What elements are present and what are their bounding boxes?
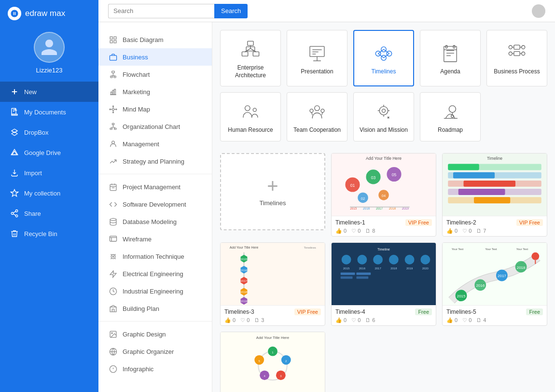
- mid-item-org-chart[interactable]: Organizational Chart: [98, 118, 212, 135]
- svg-rect-24: [111, 92, 112, 95]
- new-template-card[interactable]: + Timelines: [220, 153, 325, 230]
- mid-item-building[interactable]: Building Plan: [98, 300, 212, 317]
- svg-text:Add Your Title Here: Add Your Title Here: [230, 246, 259, 249]
- cat-vision-mission[interactable]: Vision and Mission: [353, 92, 414, 141]
- mid-item-basic-diagram[interactable]: Basic Diagram: [98, 31, 212, 48]
- svg-point-7: [11, 212, 14, 215]
- mid-item-mind-map[interactable]: Mind Map: [98, 100, 212, 118]
- heart-icon: ♡: [462, 228, 467, 234]
- ind-icon: [108, 286, 118, 296]
- svg-rect-36: [112, 123, 114, 125]
- mid-item-marketing[interactable]: Marketing: [98, 83, 212, 100]
- svg-point-100: [509, 45, 512, 49]
- template-timelines-5[interactable]: 2015 2016 2017 2018 Your Text: [442, 242, 547, 326]
- svg-point-112: [379, 107, 388, 115]
- mid-item-database[interactable]: Database Modeling: [98, 213, 212, 230]
- svg-rect-67: [248, 41, 253, 45]
- mid-item-electrical[interactable]: Electrical Engineering: [98, 265, 212, 282]
- mid-item-wireframe[interactable]: Wireframe: [98, 230, 212, 248]
- plus-icon: +: [267, 176, 278, 196]
- svg-text:04: 04: [382, 194, 386, 198]
- mid-item-flowchart[interactable]: Flowchart: [98, 66, 212, 83]
- share-icon: [10, 209, 19, 218]
- mid-item-info-tech[interactable]: Information Technique: [98, 248, 212, 265]
- sidebar-item-recycle-bin[interactable]: Recycle Bin: [0, 224, 98, 244]
- svg-point-190: [531, 252, 539, 260]
- cat-roadmap[interactable]: Roadmap: [420, 92, 481, 141]
- tmpl-thumb-1: Add Your Title Here 01 03 05 02 04: [332, 154, 436, 216]
- svg-text:02: 02: [361, 196, 365, 200]
- topbar-user-icon[interactable]: [532, 4, 545, 18]
- svg-rect-179: [341, 276, 353, 279]
- nav-label-recycle: Recycle Bin: [24, 230, 57, 238]
- template-timelines-6[interactable]: Add Your Title Here 1 2 3 4: [220, 332, 325, 392]
- like-icon: 👍: [446, 228, 453, 234]
- cat-label-vision-mission: Vision and Mission: [360, 126, 408, 134]
- mid-item-management[interactable]: Management: [98, 135, 212, 153]
- tmpl-thumb-4: Timeline 2015 2016 2017: [332, 243, 436, 306]
- svg-line-10: [13, 211, 15, 213]
- avatar[interactable]: [34, 32, 65, 63]
- template-timelines-1[interactable]: Add Your Title Here 01 03 05 02 04: [331, 153, 436, 237]
- svg-rect-92: [445, 45, 447, 48]
- tmpl-thumb-5: 2015 2016 2017 2018 Your Text: [443, 243, 547, 306]
- svg-point-31: [112, 112, 113, 112]
- svg-rect-180: [356, 272, 371, 275]
- sidebar-item-my-documents[interactable]: My Documents: [0, 102, 98, 122]
- cat-presentation[interactable]: Presentation: [287, 30, 347, 86]
- gd-icon: [108, 329, 118, 339]
- go-icon: [108, 347, 118, 356]
- heart-icon: ♡: [351, 228, 356, 234]
- svg-text:2018: 2018: [241, 291, 248, 294]
- search-button[interactable]: Search: [214, 4, 248, 18]
- svg-text:Add Your Title Here: Add Your Title Here: [256, 336, 290, 340]
- svg-point-33: [110, 109, 111, 110]
- mid-item-graphic-org[interactable]: Graphic Organizer: [98, 343, 212, 360]
- cat-human-resource[interactable]: Human Resource: [220, 92, 281, 141]
- svg-rect-181: [356, 276, 368, 279]
- mid-item-business[interactable]: Business: [98, 48, 212, 66]
- sidebar-item-my-collection[interactable]: My collection: [0, 183, 98, 203]
- svg-point-108: [310, 109, 313, 112]
- search-input[interactable]: [108, 4, 214, 18]
- nav-label-collection: My collection: [24, 190, 60, 197]
- svg-rect-74: [310, 46, 324, 56]
- sidebar: edraw max Lizzie123 New My Documents Dro…: [0, 0, 98, 392]
- svg-line-9: [13, 214, 15, 215]
- dropbox-icon: [10, 127, 19, 137]
- svg-text:Timeline: Timeline: [487, 156, 502, 161]
- proj-icon: [108, 182, 118, 192]
- svg-line-111: [322, 112, 323, 115]
- mid-section-1: Basic Diagram Business Flowchart: [98, 27, 212, 174]
- sidebar-item-share[interactable]: Share: [0, 203, 98, 224]
- sidebar-item-import[interactable]: Import: [0, 163, 98, 183]
- template-timelines-3[interactable]: Add Your Title Here Timelines 2015 2016 …: [220, 242, 325, 326]
- cat-enterprise-architecture[interactable]: EnterpriseArchitecture: [220, 30, 281, 86]
- mid-section-3: Graphic Design Graphic Organizer Infogra…: [98, 322, 212, 381]
- mid-item-strategy[interactable]: Strategy and Planning: [98, 153, 212, 170]
- cat-label-timelines: Timelines: [372, 68, 396, 76]
- copy-icon: 🗋: [365, 228, 371, 234]
- mid-item-software-dev[interactable]: Software Development: [98, 196, 212, 213]
- svg-text:2015: 2015: [457, 294, 466, 298]
- cat-agenda[interactable]: Agenda: [420, 30, 481, 86]
- user-profile: Lizzie123: [0, 27, 98, 82]
- sidebar-item-new[interactable]: New: [0, 82, 98, 102]
- sidebar-item-google-drive[interactable]: Google Drive: [0, 142, 98, 163]
- elec-icon: [108, 269, 118, 279]
- svg-text:2016: 2016: [241, 268, 248, 271]
- cat-team-cooperation[interactable]: Team Cooperation: [287, 92, 347, 141]
- template-timelines-2[interactable]: Timeline: [442, 153, 547, 237]
- svg-text:Timeline: Timeline: [377, 248, 390, 251]
- svg-line-71: [245, 48, 250, 52]
- svg-rect-25: [112, 90, 114, 94]
- svg-rect-26: [114, 89, 115, 94]
- cat-business-process[interactable]: Business Process: [486, 30, 547, 86]
- mid-item-project-mgmt[interactable]: Project Management: [98, 178, 212, 196]
- sidebar-item-dropbox[interactable]: DropBox: [0, 122, 98, 142]
- template-timelines-4[interactable]: Timeline 2015 2016 2017: [331, 242, 436, 326]
- mid-item-infographic[interactable]: Infographic: [98, 360, 212, 378]
- mid-item-graphic-design[interactable]: Graphic Design: [98, 325, 212, 343]
- cat-timelines[interactable]: Timelines: [353, 30, 414, 86]
- mid-item-industrial[interactable]: Industrial Engineering: [98, 282, 212, 300]
